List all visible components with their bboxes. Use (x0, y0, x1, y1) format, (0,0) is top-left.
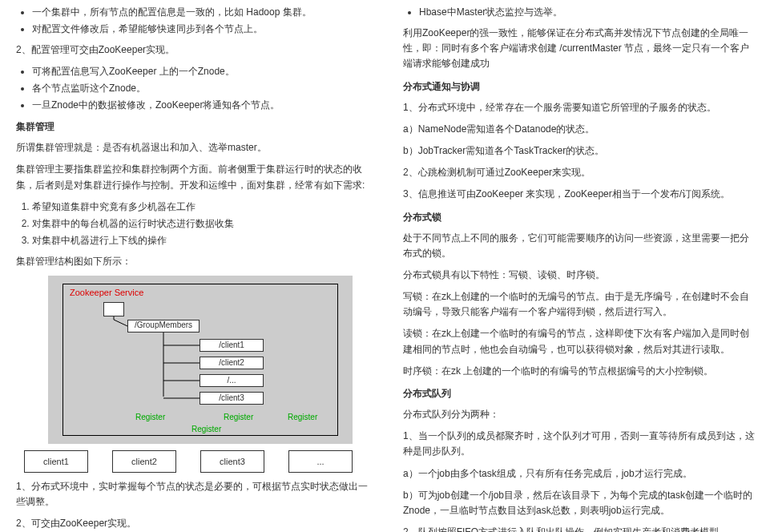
group-members-node: /GroupMembers (127, 320, 200, 332)
paragraph: a）NameNode需知道各个Datanode的状态。 (403, 122, 758, 137)
list-item: 各个节点监听这个Znode。 (32, 81, 371, 95)
paragraph: 集群管理主要指集群监控和集群控制两个方面。前者侧重于集群运行时的状态的收集，后者… (16, 162, 371, 192)
paragraph: 1、当一个队列的成员都聚齐时，这个队列才可用，否则一直等待所有成员到达，这种是同… (403, 429, 758, 459)
register-label: Register (135, 413, 165, 421)
heading-lock: 分布式锁 (403, 211, 758, 224)
dots-node: /... (200, 374, 264, 387)
list-item: 一个集群中，所有节点的配置信息是一致的，比如 Hadoop 集群。 (32, 5, 371, 19)
paragraph: 1、分布式环境中，经常存在一个服务需要知道它所管理的子服务的状态。 (403, 100, 758, 115)
list-item: 对集群中的每台机器的运行时状态进行数据收集 (32, 216, 371, 231)
svg-line-1 (114, 320, 127, 326)
paragraph: 所谓集群管理就是：是否有机器退出和加入、选举master。 (16, 140, 371, 155)
paragraph: 分布式锁具有以下特性：写锁、读锁、时序锁。 (403, 268, 758, 283)
paragraph: 处于不同节点上不同的服务，它们可能需要顺序的访问一些资源，这里需要一把分布式的锁… (403, 231, 758, 261)
paragraph: 2、配置管理可交由ZooKeeper实现。 (16, 42, 371, 58)
list-item: 希望知道集群中究竟有多少机器在工作 (32, 200, 371, 214)
paragraph: 利用ZooKeeper的强一致性，能够保证在分布式高并发情况下节点创建的全局唯一… (403, 26, 758, 72)
client-box: client2 (112, 450, 176, 473)
paragraph: 分布式队列分为两种： (403, 407, 758, 422)
paragraph: 3、信息推送可由ZooKeeper 来实现，ZooKeeper相当于一个发布/订… (403, 187, 758, 202)
paragraph: 时序锁：在zk 上创建的一个临时的有编号的节点根据编号的大小控制锁。 (403, 364, 758, 379)
paragraph: 2、心跳检测机制可通过ZooKeeper来实现。 (403, 165, 758, 180)
list-item: 对集群中机器进行上下线的操作 (32, 233, 371, 248)
client-box: client3 (200, 450, 264, 473)
client1-node: /client1 (200, 339, 264, 352)
paragraph: a）一个job由多个task组成，只有所有任务完成后，job才运行完成。 (403, 466, 758, 482)
paragraph: b）JobTracker需知道各个TaskTracker的状态。 (403, 143, 758, 159)
client-box: client1 (24, 450, 88, 473)
heading-notify: 分布式通知与协调 (403, 80, 758, 94)
list-item: Hbase中Master状态监控与选举。 (419, 5, 758, 19)
list-item: 可将配置信息写入ZooKeeper 上的一个Znode。 (32, 64, 371, 79)
list-item: 对配置文件修改后，希望能够快速同步到各个节点上。 (32, 22, 371, 36)
paragraph: 读锁：在zk上创建一个临时的有编号的节点，这样即使下次有客户端加入是同时创建相同… (403, 326, 758, 357)
paragraph: 写锁：在zk上创建的一个临时的无编号的节点。由于是无序编号，在创建时不会自动编号… (403, 289, 758, 320)
cluster-diagram: Zookeeper Service /GroupMembers /client1… (48, 276, 353, 444)
register-label: Register (288, 413, 317, 421)
register-label: Register (191, 425, 221, 433)
heading-cluster: 集群管理 (16, 120, 371, 134)
heading-queue: 分布式队列 (403, 387, 758, 401)
paragraph: 2、队列按照FIFO方式进行入队和出队操作，例如实现生产者和消费者模型。 (403, 525, 758, 532)
client3-node: /client3 (200, 392, 264, 405)
register-label: Register (224, 413, 253, 421)
client-box: ... (288, 450, 353, 473)
paragraph: b）可为job创建一个/job目录，然后在该目录下，为每个完成的task创建一个… (403, 488, 758, 518)
client2-node: /client2 (200, 357, 264, 369)
folder-icon (103, 302, 124, 316)
diagram-title: Zookeeper Service (70, 288, 143, 297)
paragraph: 集群管理结构图如下所示： (16, 254, 371, 269)
list-item: 一旦Znode中的数据被修改，ZooKeeper将通知各个节点。 (32, 98, 371, 112)
paragraph: 2、可交由ZooKeeper实现。 (16, 516, 371, 531)
paragraph: 1、分布式环境中，实时掌握每个节点的状态是必要的，可根据节点实时状态做出一些调整… (16, 479, 371, 510)
